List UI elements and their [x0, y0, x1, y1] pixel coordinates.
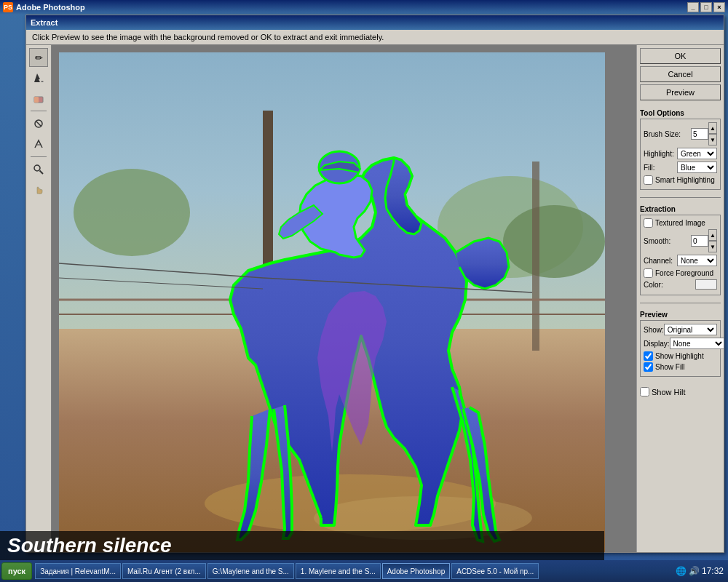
svg-point-11	[503, 205, 605, 278]
tray-network-icon: 🌐	[676, 566, 687, 576]
extract-canvas[interactable]	[52, 45, 636, 552]
svg-rect-1	[34, 97, 39, 103]
close-button[interactable]: ×	[713, 2, 725, 12]
taskbar-item-5[interactable]: ACDSee 5.0 - Мой пр...	[451, 563, 539, 579]
taskbar-item-0-label: Задания | RelevantM...	[40, 567, 116, 575]
fill-label: Fill:	[644, 164, 677, 172]
color-row: Color:	[644, 279, 717, 290]
ok-button[interactable]: OK	[640, 48, 721, 64]
taskbar-item-0[interactable]: Задания | RelevantM...	[35, 563, 121, 579]
edge-highlighter-tool[interactable]: ✏	[29, 48, 48, 67]
taskbar-item-1[interactable]: Mail.Ru Агент (2 вкл...	[122, 563, 206, 579]
extraction-box: Textured Image Smooth: ▲ ▼	[640, 215, 721, 295]
smooth-input[interactable]	[691, 235, 708, 247]
tool-separator-2	[31, 156, 47, 157]
color-swatch[interactable]	[695, 279, 717, 290]
tray-icons: 🌐 🔊 17:32	[676, 566, 724, 576]
scene-svg	[59, 52, 605, 552]
show-fill-label: Show Fill	[655, 363, 685, 371]
bottom-text-banner: Southern silence	[0, 531, 604, 560]
show-highlight-checkbox[interactable]	[644, 351, 653, 361]
extract-dialog-title: Extract	[31, 18, 58, 27]
taskbar-tray: 🌐 🔊 17:32	[673, 566, 727, 576]
desktop: PS Adobe Photoshop _ □ × Extract Click P…	[0, 0, 728, 582]
svg-point-9	[74, 169, 190, 256]
fill-row: Fill: Blue Red Green	[644, 162, 717, 173]
display-row: Display: None Gray Matte Black Matte Whi…	[644, 338, 717, 349]
cleanup-tool[interactable]	[29, 114, 48, 133]
zoom-tool[interactable]	[29, 160, 48, 179]
textured-image-label: Textured Image	[655, 219, 705, 227]
highlight-row: Highlight: Green Red Blue	[644, 148, 717, 159]
brush-size-label: Brush Size:	[644, 130, 691, 138]
svg-line-3	[36, 121, 41, 126]
tray-clock: 17:32	[702, 566, 724, 576]
preview-button[interactable]: Preview	[640, 84, 721, 100]
tool-options-box: Brush Size: ▲ ▼ Highlight: Green	[640, 119, 721, 190]
smart-highlighting-checkbox[interactable]	[644, 175, 653, 185]
svg-point-5	[34, 165, 40, 171]
smart-highlighting-row: Smart Highlighting	[644, 175, 717, 185]
show-label: Show:	[644, 326, 664, 334]
instructions-text: Click Preview to see the image with the …	[32, 33, 384, 41]
svg-rect-13	[532, 162, 539, 351]
taskbar-item-4[interactable]: Adobe Photoshop	[382, 563, 451, 579]
color-label: Color:	[644, 281, 695, 289]
show-select[interactable]: Original Extracted	[664, 324, 717, 335]
maximize-button[interactable]: □	[700, 2, 712, 12]
extract-instructions: Click Preview to see the image with the …	[26, 30, 724, 45]
ps-titlebar: PS Adobe Photoshop _ □ ×	[0, 0, 728, 15]
minimize-button[interactable]: _	[687, 2, 699, 12]
edge-touch-tool[interactable]	[29, 135, 48, 154]
textured-image-checkbox[interactable]	[644, 218, 653, 228]
cancel-button[interactable]: Cancel	[640, 66, 721, 82]
ps-app-icon: PS	[3, 2, 13, 12]
extract-titlebar: Extract	[26, 15, 724, 30]
channel-row: Channel: None Red Green Blue	[644, 255, 717, 266]
fill-tool[interactable]	[29, 68, 48, 87]
highlight-label: Highlight:	[644, 150, 677, 158]
ps-window-controls[interactable]: _ □ ×	[687, 2, 725, 12]
start-button[interactable]: пуск	[1, 562, 32, 580]
brush-size-row: Brush Size: ▲ ▼	[644, 122, 717, 146]
smooth-up[interactable]: ▲	[708, 229, 717, 241]
show-hilt-label: Show Hilt	[652, 388, 685, 396]
divider-1	[640, 197, 721, 198]
taskbar-item-4-label: Adobe Photoshop	[387, 567, 446, 575]
preview-section-label: Preview	[640, 311, 721, 319]
extract-tools-panel: ✏	[26, 45, 52, 552]
preview-box: Show: Original Extracted Display: None	[640, 320, 721, 377]
show-hilt-row: Show Hilt	[640, 387, 721, 396]
scene-background	[59, 52, 605, 552]
eraser-tool[interactable]	[29, 89, 48, 108]
smooth-label: Smooth:	[644, 237, 691, 245]
brush-size-down[interactable]: ▼	[708, 134, 717, 146]
taskbar-item-3[interactable]: 1. Maylene and the S...	[296, 563, 381, 579]
extract-dialog: Extract Click Preview to see the image w…	[25, 15, 724, 553]
panel-buttons: OK Cancel Preview	[640, 48, 721, 100]
preview-section: Preview Show: Original Extracted Display	[640, 311, 721, 377]
smart-highlighting-label: Smart Highlighting	[655, 176, 715, 184]
hand-tool[interactable]	[29, 180, 48, 199]
show-fill-checkbox[interactable]	[644, 362, 653, 372]
brush-size-input[interactable]	[691, 128, 708, 140]
fill-select[interactable]: Blue Red Green	[677, 162, 717, 173]
smooth-row: Smooth: ▲ ▼	[644, 229, 717, 252]
channel-select[interactable]: None Red Green Blue	[677, 255, 717, 266]
smooth-down[interactable]: ▼	[708, 241, 717, 252]
taskbar-item-2-label: G:\Maylene and the S...	[213, 567, 289, 575]
force-foreground-row: Force Foreground	[644, 268, 717, 278]
tool-options-label: Tool Options	[640, 109, 721, 117]
divider-2	[640, 303, 721, 303]
taskbar-item-1-label: Mail.Ru Агент (2 вкл...	[127, 567, 201, 575]
brush-size-up[interactable]: ▲	[708, 122, 717, 134]
taskbar-item-2[interactable]: G:\Maylene and the S...	[207, 563, 294, 579]
force-foreground-checkbox[interactable]	[644, 268, 653, 278]
show-row: Show: Original Extracted	[644, 324, 717, 335]
display-select[interactable]: None Gray Matte Black Matte White Matte	[670, 338, 724, 349]
highlight-select[interactable]: Green Red Blue	[677, 148, 717, 159]
show-fill-row: Show Fill	[644, 362, 717, 372]
show-hilt-checkbox[interactable]	[640, 387, 649, 396]
extraction-label: Extraction	[640, 205, 721, 213]
extract-body: Click Preview to see the image with the …	[26, 30, 724, 552]
